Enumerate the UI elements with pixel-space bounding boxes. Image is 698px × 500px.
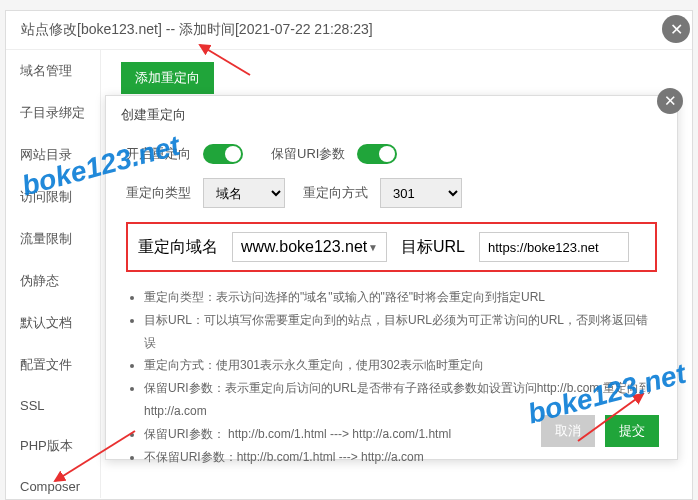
inner-modal-title: 创建重定向 xyxy=(106,96,677,134)
type-row: 重定向类型 域名 重定向方式 301 xyxy=(126,178,657,208)
sidebar-item-ssl[interactable]: SSL xyxy=(6,386,100,425)
sidebar-item-subdir[interactable]: 子目录绑定 xyxy=(6,92,100,134)
sidebar: 域名管理 子目录绑定 网站目录 访问限制 流量限制 伪静态 默认文档 配置文件 … xyxy=(6,50,101,498)
redirect-method-label: 重定向方式 xyxy=(303,184,368,202)
note-item: 不保留URI参数：http://b.com/1.html ---> http:/… xyxy=(144,446,657,469)
redirect-domain-value: www.boke123.net xyxy=(241,238,367,256)
target-url-input[interactable] xyxy=(479,232,629,262)
sidebar-item-config[interactable]: 配置文件 xyxy=(6,344,100,386)
sidebar-item-traffic[interactable]: 流量限制 xyxy=(6,218,100,260)
create-redirect-modal: ✕ 创建重定向 开启重定向 保留URI参数 重定向类型 域名 重定向方式 301… xyxy=(105,95,678,460)
redirect-domain-dropdown[interactable]: www.boke123.net ▼ xyxy=(232,232,387,262)
redirect-type-select[interactable]: 域名 xyxy=(203,178,285,208)
redirect-type-label: 重定向类型 xyxy=(126,184,191,202)
sidebar-item-domain[interactable]: 域名管理 xyxy=(6,50,100,92)
close-icon[interactable]: ✕ xyxy=(662,15,690,43)
sidebar-item-rewrite[interactable]: 伪静态 xyxy=(6,260,100,302)
enable-redirect-toggle[interactable] xyxy=(203,144,243,164)
close-icon[interactable]: ✕ xyxy=(657,88,683,114)
highlight-box: 重定向域名 www.boke123.net ▼ 目标URL xyxy=(126,222,657,272)
sidebar-item-default-doc[interactable]: 默认文档 xyxy=(6,302,100,344)
keep-uri-label: 保留URI参数 xyxy=(271,145,345,163)
note-item: 目标URL：可以填写你需要重定向到的站点，目标URL必须为可正常访问的URL，否… xyxy=(144,309,657,355)
submit-button[interactable]: 提交 xyxy=(605,415,659,447)
redirect-method-select[interactable]: 301 xyxy=(380,178,462,208)
sidebar-item-php[interactable]: PHP版本 xyxy=(6,425,100,467)
toggle-row: 开启重定向 保留URI参数 xyxy=(126,144,657,164)
keep-uri-toggle[interactable] xyxy=(357,144,397,164)
caret-down-icon: ▼ xyxy=(368,242,378,253)
note-item: 重定向类型：表示访问选择的"域名"或输入的"路径"时将会重定向到指定URL xyxy=(144,286,657,309)
sidebar-item-composer[interactable]: Composer xyxy=(6,467,100,500)
enable-redirect-label: 开启重定向 xyxy=(126,145,191,163)
target-url-label: 目标URL xyxy=(401,237,465,258)
modal-title: 站点修改[boke123.net] -- 添加时间[2021-07-22 21:… xyxy=(6,11,692,50)
cancel-button[interactable]: 取消 xyxy=(541,415,595,447)
sidebar-item-sitedir[interactable]: 网站目录 xyxy=(6,134,100,176)
sidebar-item-access[interactable]: 访问限制 xyxy=(6,176,100,218)
note-item: 重定向方式：使用301表示永久重定向，使用302表示临时重定向 xyxy=(144,354,657,377)
redirect-domain-label: 重定向域名 xyxy=(138,237,218,258)
footer-buttons: 取消 提交 xyxy=(541,415,659,447)
add-redirect-button[interactable]: 添加重定向 xyxy=(121,62,214,94)
